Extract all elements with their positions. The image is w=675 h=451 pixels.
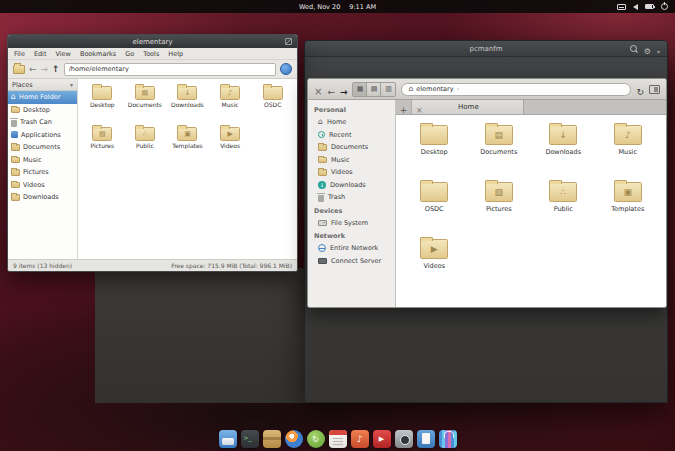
folder-documents[interactable]: Documents (480, 125, 517, 172)
desktop: { "panel": { "date": "Wed, Nov 20", "tim… (0, 0, 675, 451)
place-downloads[interactable]: Downloads (8, 191, 77, 204)
menu-help[interactable]: Help (168, 50, 183, 58)
places-header[interactable]: Places (8, 79, 77, 91)
sidebar-item-recent[interactable]: Recent (308, 129, 395, 142)
folder-desktop[interactable]: Desktop (90, 86, 115, 119)
dock-icon-text-editor[interactable] (417, 430, 435, 448)
folder-music[interactable]: Music (220, 86, 240, 119)
pcmanfm-window-title: pcmanfm (469, 45, 502, 53)
sidebar-item-trash[interactable]: Trash (308, 191, 395, 204)
tab-close-icon[interactable] (416, 98, 423, 117)
menu-bookmarks[interactable]: Bookmarks (80, 50, 116, 58)
folder-pictures[interactable]: Pictures (485, 182, 513, 229)
battery-indicator-icon[interactable] (645, 4, 654, 9)
place-trash-can[interactable]: Trash Can (8, 116, 77, 129)
go-icon[interactable] (280, 63, 292, 75)
dock-icon-archive[interactable] (263, 430, 281, 448)
grid-view-button[interactable] (353, 83, 367, 96)
folder-public[interactable]: Public (549, 182, 577, 229)
path-input[interactable] (64, 63, 276, 76)
close-icon[interactable] (314, 80, 322, 99)
dock-icon-web-browser[interactable] (285, 430, 303, 448)
tab-home[interactable]: Home (412, 100, 524, 114)
dock-icon-music[interactable] (351, 430, 369, 448)
menu-edit[interactable]: Edit (34, 50, 47, 58)
place-home-folder[interactable]: Home Folder (8, 91, 77, 104)
back-icon[interactable] (29, 65, 37, 74)
dock-icon-appcenter[interactable] (439, 430, 457, 448)
place-documents[interactable]: Documents (8, 141, 77, 154)
left-titlebar[interactable]: elementary (8, 35, 297, 48)
folder-osdc[interactable]: OSDC (263, 86, 283, 119)
dock-icon-files[interactable] (219, 430, 237, 448)
breadcrumb-root[interactable]: elementary (416, 85, 453, 93)
split-pane-icon[interactable] (649, 85, 660, 94)
menu-file[interactable]: File (14, 50, 25, 58)
sidebar-item-downloads[interactable]: Downloads (308, 179, 395, 192)
menu-go[interactable]: Go (125, 50, 134, 58)
place-applications[interactable]: Applications (8, 129, 77, 142)
folder-icon (177, 127, 197, 141)
forward-icon[interactable] (41, 65, 49, 74)
sound-indicator-icon[interactable] (633, 4, 638, 10)
sidebar-item-connect-server[interactable]: Connect Server (308, 255, 395, 268)
breadcrumb[interactable]: elementary (401, 83, 631, 96)
folder-downloads[interactable]: Downloads (171, 86, 204, 119)
top-panel: Wed, Nov 20 9:11 AM (0, 0, 675, 13)
sidebar-item-entire-network[interactable]: Entire Network (308, 242, 395, 255)
sidebar-item-music[interactable]: Music (308, 154, 395, 167)
dock-icon-terminal[interactable] (241, 430, 259, 448)
maximize-icon[interactable] (285, 38, 292, 45)
up-icon[interactable] (52, 65, 60, 74)
picture-glyph (486, 183, 512, 201)
dock-icon-calendar[interactable] (329, 430, 347, 448)
place-pictures[interactable]: Pictures (8, 166, 77, 179)
pcmanfm-titlebar[interactable]: pcmanfm (305, 41, 667, 57)
reload-icon[interactable] (636, 80, 644, 99)
folder-videos[interactable]: Videos (220, 127, 240, 160)
keyboard-indicator-icon[interactable] (617, 4, 626, 10)
folder-videos[interactable]: Videos (420, 239, 448, 286)
column-view-button[interactable] (381, 83, 395, 96)
menu-view[interactable]: View (55, 50, 70, 58)
folder-osdc[interactable]: OSDC (420, 182, 448, 229)
list-view-button[interactable] (367, 83, 381, 96)
files-window: elementary Personal Home Recent Document… (307, 78, 667, 308)
gear-icon[interactable] (644, 39, 651, 58)
folder-pictures[interactable]: Pictures (90, 127, 114, 160)
folder-templates[interactable]: Templates (172, 127, 203, 160)
column-view-icon (385, 85, 392, 93)
folder-public[interactable]: Public (135, 127, 155, 160)
applications-icon (11, 131, 18, 138)
search-icon[interactable] (630, 45, 638, 53)
sidebar-item-file-system[interactable]: File System (308, 217, 395, 230)
folder-music[interactable]: Music (614, 125, 642, 172)
clock[interactable]: Wed, Nov 20 9:11 AM (0, 0, 675, 13)
folder-documents[interactable]: Documents (128, 86, 162, 119)
trash-icon (318, 195, 324, 202)
folder-icon (420, 182, 448, 202)
new-tab-folder-icon[interactable] (13, 65, 25, 74)
back-icon[interactable] (327, 80, 335, 99)
place-music[interactable]: Music (8, 154, 77, 167)
sidebar-item-documents[interactable]: Documents (308, 141, 395, 154)
folder-downloads[interactable]: Downloads (545, 125, 581, 172)
left-icon-view[interactable]: Desktop Documents Downloads Music OSDC P… (78, 79, 297, 259)
dock-icon-camera[interactable] (395, 430, 413, 448)
dock-icon-videos[interactable] (373, 430, 391, 448)
menu-tools[interactable]: Tools (143, 50, 159, 58)
chevron-down-icon[interactable] (657, 39, 660, 58)
power-indicator-icon[interactable] (661, 3, 668, 10)
place-desktop[interactable]: Desktop (8, 104, 77, 117)
sidebar-item-videos[interactable]: Videos (308, 166, 395, 179)
folder-icon (11, 107, 20, 114)
place-videos[interactable]: Videos (8, 179, 77, 192)
sidebar-item-home[interactable]: Home (308, 116, 395, 129)
forward-icon[interactable] (340, 80, 348, 99)
share-glyph (136, 128, 154, 140)
new-tab-button[interactable] (396, 100, 412, 114)
folder-desktop[interactable]: Desktop (420, 125, 448, 172)
folder-templates[interactable]: Templates (611, 182, 644, 229)
files-icon-view[interactable]: Desktop Documents Downloads Music OSDC P… (396, 115, 666, 307)
dock-icon-software-update[interactable] (307, 430, 325, 448)
